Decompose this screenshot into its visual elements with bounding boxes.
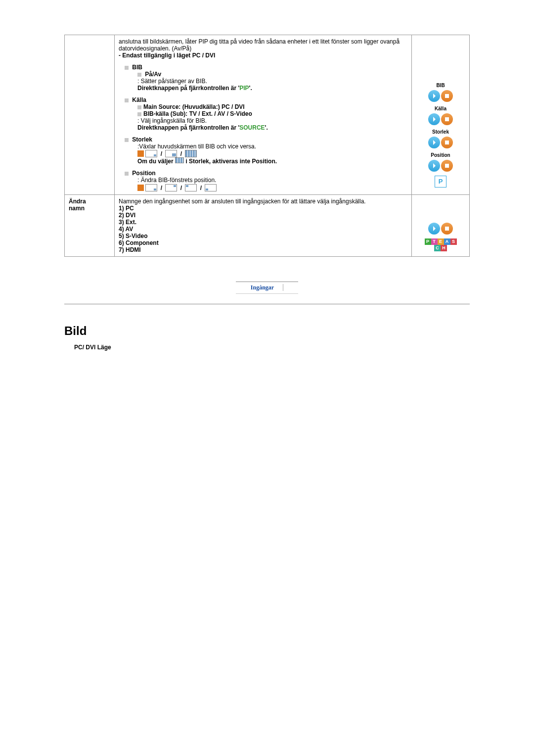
kalla-section: Källa Main Source: (Huvudkälla:) PC / DV…	[119, 96, 407, 131]
play-icon	[428, 223, 440, 235]
play-icon	[428, 160, 440, 172]
label-storlek: Storlek	[416, 129, 465, 135]
separator: /	[159, 185, 164, 191]
bullet-icon	[125, 138, 129, 142]
item-av: 4) AV	[119, 226, 407, 233]
direct-pre: Direktknappen på fjärrkontrollen är '	[137, 85, 239, 92]
size-icons-row: / /	[137, 150, 407, 157]
kalla-desc: : Välj ingångskälla för BIB.	[137, 117, 407, 124]
play-icon	[428, 90, 440, 102]
bullet-icon	[125, 66, 129, 70]
bib-title: BIB	[132, 64, 142, 71]
label-bib: BIB	[416, 83, 465, 88]
editname-label: Ändra namn	[65, 194, 115, 256]
play-icon	[428, 113, 440, 125]
label-position: Position	[416, 152, 465, 158]
kalla-main: Main Source: (Huvudkälla:) PC / DVI	[143, 103, 245, 110]
direct-post: '.	[249, 85, 252, 92]
nav-buttons-icon	[416, 137, 465, 148]
item-pc: 1) PC	[119, 205, 407, 212]
position-section: Position : Ändra BIB-fönstrets position.…	[119, 170, 407, 191]
settings-table: anslutna till bildskärmen, låter PIP dig…	[64, 35, 470, 257]
tab-ingangar[interactable]: Ingångar	[251, 284, 283, 291]
bullet-icon	[125, 172, 129, 176]
item-svideo: 5) S-Video	[119, 233, 407, 239]
size-opt-1-icon	[145, 150, 157, 157]
bib-row: anslutna till bildskärmen, låter PIP dig…	[65, 35, 470, 195]
bullet-icon	[125, 98, 129, 102]
nav-buttons-icon	[416, 223, 465, 235]
letter-h-icon: H	[441, 245, 447, 251]
size-opt-3-icon	[185, 150, 197, 157]
section-title-bild: Bild	[64, 324, 470, 338]
item-hdmi: 7) HDMI	[119, 246, 407, 253]
bullet-icon	[137, 73, 141, 77]
position-inner: : Ändra BIB-fönstrets position. / / /	[125, 177, 407, 191]
paav-desc: : Sätter på/stänger av BIB.	[137, 78, 407, 85]
bib-row-icons: BIB Källa Storlek Position P	[412, 35, 470, 195]
source-letters-icon: PTEAS CH	[416, 238, 465, 251]
kalla-inner: Main Source: (Huvudkälla:) PC / DVI BIB-…	[125, 103, 407, 131]
bib-row-content: anslutna till bildskärmen, låter PIP dig…	[115, 35, 412, 195]
stop-icon	[441, 113, 453, 125]
play-icon	[428, 137, 440, 148]
paav-label: På/Av	[145, 71, 161, 78]
letter-p-icon: P	[425, 238, 431, 245]
letter-c-icon: C	[434, 245, 441, 251]
nav-buttons-icon	[416, 90, 465, 102]
tabs-nav: Ingångar	[64, 282, 470, 294]
size-opt-3-icon	[175, 157, 184, 163]
separator: /	[179, 150, 183, 157]
editname-row: Ändra namn Namnge den ingångsenhet som ä…	[65, 194, 470, 256]
item-dvi: 2) DVI	[119, 212, 407, 219]
editname-content: Namnge den ingångsenhet som är ansluten …	[115, 194, 412, 256]
kalla-sub: BIB-källa (Sub): TV / Ext. / AV / S-Vide…	[143, 110, 252, 117]
source-key: SOURCE	[239, 124, 265, 131]
direct-pre: Direktknappen på fjärrkontrollen är '	[137, 124, 239, 131]
kalla-direct: Direktknappen på fjärrkontrollen är 'SOU…	[137, 124, 407, 131]
indicator-icon	[137, 185, 144, 191]
nav-buttons-icon	[416, 113, 465, 125]
note-post: i Storlek, aktiveras inte Position.	[185, 158, 277, 165]
bib-row-left	[65, 35, 115, 195]
p-badge-icon: P	[435, 176, 446, 188]
label-kalla: Källa	[416, 106, 465, 111]
divider	[64, 304, 470, 304]
position-icons-row: / / /	[137, 184, 407, 191]
mode-label: PC/ DVI Läge	[64, 344, 470, 351]
letter-s-icon: S	[450, 238, 457, 245]
tab-strip: Ingångar	[236, 282, 298, 294]
bib-availability: - Endast tillgänglig i läget PC / DVI	[119, 52, 407, 59]
bib-intro: anslutna till bildskärmen, låter PIP dig…	[119, 38, 407, 52]
separator: /	[159, 150, 164, 157]
separator: /	[179, 185, 183, 191]
bib-section: BIB På/Av : Sätter på/stänger av BIB. Di…	[119, 64, 407, 92]
editname-icons: PTEAS CH	[412, 194, 470, 256]
note-pre: Om du väljer	[137, 158, 175, 165]
position-desc: : Ändra BIB-fönstrets position.	[137, 177, 407, 184]
document-page: anslutna till bildskärmen, låter PIP dig…	[15, 0, 519, 371]
bullet-icon	[137, 112, 141, 116]
letter-t-icon: T	[431, 238, 438, 245]
position-title: Position	[132, 170, 155, 177]
letter-e-icon: E	[438, 238, 444, 245]
storlek-section: Storlek :Växlar huvudskärmen till BIB oc…	[119, 136, 407, 165]
bib-direct: Direktknappen på fjärrkontrollen är 'PIP…	[137, 85, 407, 92]
stop-icon	[441, 160, 453, 172]
pip-key: PIP	[239, 85, 249, 92]
paav-block: På/Av : Sätter på/stänger av BIB. Direkt…	[125, 71, 407, 92]
storlek-desc: :Växlar huvudskärmen till BIB och vice v…	[137, 143, 407, 150]
pos-opt-1-icon	[145, 184, 157, 191]
direct-post: '.	[265, 124, 268, 131]
editname-intro: Namnge den ingångsenhet som är ansluten …	[119, 198, 407, 205]
indicator-icon	[137, 150, 144, 157]
bullet-icon	[137, 105, 141, 109]
pos-opt-2-icon	[165, 184, 177, 191]
separator: /	[199, 185, 203, 191]
item-component: 6) Component	[119, 239, 407, 246]
stop-icon	[441, 137, 453, 148]
storlek-inner: :Växlar huvudskärmen till BIB och vice v…	[125, 143, 407, 165]
stop-icon	[441, 223, 453, 235]
storlek-title: Storlek	[132, 136, 152, 143]
size-opt-2-icon	[165, 150, 177, 157]
